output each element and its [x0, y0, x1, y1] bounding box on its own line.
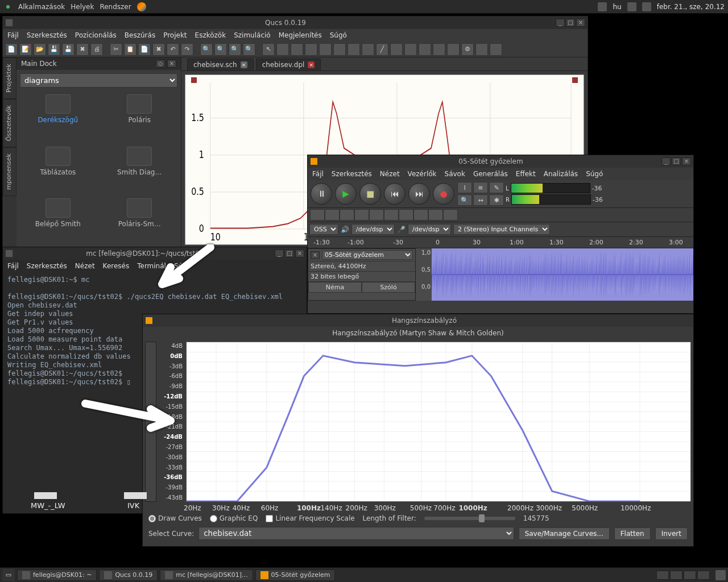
close-button[interactable]: ×: [576, 19, 585, 27]
menu-analyze[interactable]: Analizálás: [544, 170, 578, 178]
save-curves-button[interactable]: Save/Manage Curves...: [519, 527, 610, 540]
select-tool[interactable]: ↖: [262, 43, 275, 56]
tool-icon[interactable]: [362, 43, 374, 56]
dock-float-button[interactable]: ◇: [156, 60, 165, 68]
edit-tool-icon[interactable]: [354, 209, 369, 221]
minimize-button[interactable]: _: [556, 19, 565, 27]
tool-icon[interactable]: [348, 43, 360, 56]
resize-handle[interactable]: [191, 77, 197, 83]
track-close-button[interactable]: ×: [311, 251, 320, 259]
diagram-admittance-smith[interactable]: Belépő Smith: [20, 198, 96, 245]
curve-select[interactable]: chebisev.dat: [198, 527, 514, 540]
diagram-polar[interactable]: Poláris: [102, 94, 178, 141]
audacity-timeline[interactable]: -1:30-1:00-300301:001:302:002:303:00: [308, 237, 693, 248]
taskbar-item[interactable]: fellegis@DSK01: ~: [17, 569, 97, 581]
pause-button[interactable]: ⏸: [311, 183, 332, 205]
draw-tool[interactable]: ✎: [489, 182, 504, 193]
simulate-button[interactable]: ⚙: [461, 43, 474, 56]
menu-edit[interactable]: Szerkesztés: [27, 262, 67, 270]
tool-icon[interactable]: [305, 43, 317, 56]
input-device-select[interactable]: /dev/dsp: [408, 224, 451, 235]
stop-button[interactable]: ■: [359, 183, 381, 205]
solo-button[interactable]: Szóló: [362, 282, 415, 293]
minimize-button[interactable]: _: [661, 157, 671, 165]
wire-tool[interactable]: ╱: [376, 43, 388, 56]
record-meter[interactable]: [511, 194, 591, 205]
track-name-select[interactable]: 05-Sötét győzelem: [322, 250, 413, 260]
edit-tool-icon[interactable]: [310, 209, 325, 221]
new-text-button[interactable]: 📝: [19, 43, 32, 56]
audacity-titlebar[interactable]: 05-Sötét győzelem _ □ ×: [308, 155, 693, 168]
menu-effect[interactable]: Effekt: [516, 170, 536, 178]
invert-button[interactable]: Invert: [655, 527, 688, 540]
edit-tool-icon[interactable]: [399, 209, 413, 221]
system-menu[interactable]: Rendszer: [100, 3, 131, 11]
resize-handle[interactable]: [572, 77, 578, 83]
volume-icon[interactable]: [627, 2, 636, 11]
component-category-select[interactable]: diagrams: [20, 73, 177, 88]
vtab-more[interactable]: mponensek: [3, 147, 16, 196]
menu-view[interactable]: Nézet: [75, 262, 95, 270]
edit-tool-icon[interactable]: [384, 209, 399, 221]
tray-icon[interactable]: [598, 2, 607, 11]
keyboard-layout-indicator[interactable]: hu: [613, 3, 621, 11]
menu-position[interactable]: Pozicionálás: [75, 31, 117, 39]
zoom-out-button[interactable]: 🔍: [214, 43, 227, 56]
graphic-eq-radio[interactable]: Graphic EQ: [210, 514, 258, 522]
tab-close-icon[interactable]: ×: [308, 61, 315, 68]
tool-icon[interactable]: [319, 43, 332, 56]
taskbar-item[interactable]: 05-Sötét győzelem: [255, 569, 336, 581]
menu-file[interactable]: Fájl: [7, 31, 19, 39]
close-button[interactable]: ×: [295, 250, 304, 257]
taskbar-item[interactable]: mc [fellegis@DSK01]...: [160, 569, 253, 581]
edit-tool-icon[interactable]: [369, 209, 384, 221]
applications-menu[interactable]: Alkalmazások: [18, 3, 65, 11]
tab-close-icon[interactable]: ×: [241, 61, 247, 68]
record-button[interactable]: ●: [433, 183, 454, 205]
menu-view[interactable]: Nézet: [380, 170, 400, 178]
menu-file[interactable]: Fájl: [7, 262, 19, 270]
tool-icon[interactable]: [475, 43, 488, 56]
draw-curves-radio[interactable]: Draw Curves: [148, 514, 202, 522]
menu-help[interactable]: Súgó: [174, 262, 191, 270]
tool-icon[interactable]: [291, 43, 303, 56]
edit-tool-icon[interactable]: [413, 209, 428, 221]
flatten-button[interactable]: Flatten: [614, 527, 651, 540]
paste-button[interactable]: 📄: [138, 43, 151, 56]
filter-length-slider[interactable]: [424, 517, 515, 520]
zoom-fit-button[interactable]: 🔍: [229, 43, 241, 56]
close-button[interactable]: ×: [682, 157, 691, 165]
menu-tools[interactable]: Eszközök: [195, 31, 226, 39]
tab-chebisev-sch[interactable]: chebisev.sch×: [187, 59, 254, 70]
trash-icon[interactable]: [715, 570, 726, 580]
waveform-display[interactable]: 1,0 0,5 0,0: [416, 248, 693, 301]
tab-chebisev-dpl[interactable]: chebisev.dpl×: [256, 59, 321, 70]
diagram-tabular[interactable]: Táblázatos: [20, 147, 96, 193]
tool-icon[interactable]: [490, 43, 502, 56]
tool-icon[interactable]: [447, 43, 460, 56]
menu-help[interactable]: Súgó: [330, 31, 347, 39]
terminal-titlebar[interactable]: mc [fellegis@DSK01]:~/qucs/tst02 _ □ ×: [3, 247, 307, 260]
edit-tool-icon[interactable]: [340, 209, 354, 221]
clock[interactable]: febr. 21., sze, 20.12: [657, 3, 725, 11]
copy-button[interactable]: 📋: [124, 43, 136, 56]
redo-button[interactable]: ↷: [181, 43, 193, 56]
timeshift-tool[interactable]: ↔: [473, 194, 488, 206]
diagram-cartesian[interactable]: Derékszögű: [20, 94, 96, 141]
selection-tool[interactable]: I: [457, 182, 472, 193]
show-desktop-button[interactable]: ▭: [2, 569, 15, 581]
edit-tool-icon[interactable]: [428, 209, 443, 221]
menu-simulation[interactable]: Szimuláció: [234, 31, 271, 39]
close-doc-button[interactable]: ✖: [76, 43, 89, 56]
menu-terminal[interactable]: Terminál: [137, 262, 166, 270]
skip-start-button[interactable]: ⏮: [384, 183, 406, 205]
undo-button[interactable]: ↶: [167, 43, 179, 56]
taskbar-item[interactable]: Qucs 0.0.19: [99, 569, 158, 581]
eq-gain-slider[interactable]: [145, 342, 156, 502]
menu-edit[interactable]: Szerkesztés: [332, 170, 372, 178]
menu-transport[interactable]: Vezérlők: [408, 170, 437, 178]
maximize-button[interactable]: □: [285, 250, 294, 257]
playback-meter[interactable]: [511, 183, 590, 193]
zoom-in-button[interactable]: 🔍: [200, 43, 213, 56]
save-button[interactable]: 💾: [48, 43, 60, 56]
